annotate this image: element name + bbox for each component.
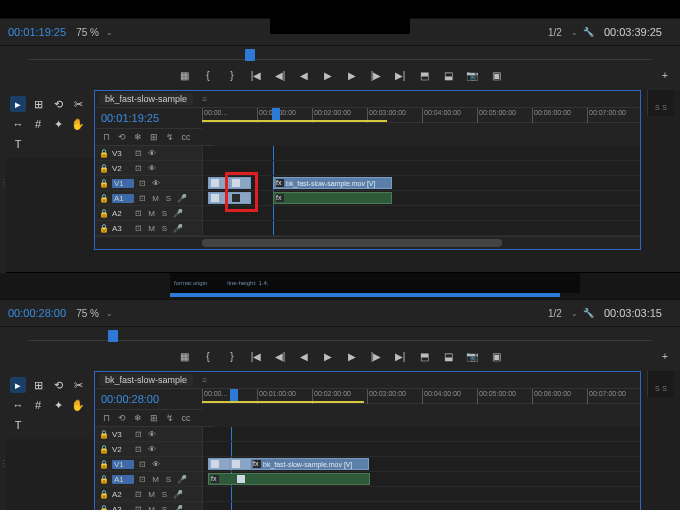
sequence-tab[interactable]: bk_fast-slow-sample	[99, 374, 193, 386]
track-header-v1[interactable]: 🔒V1⊡👁	[95, 457, 202, 472]
hand-tool-icon[interactable]: ✋	[70, 116, 86, 132]
work-area-bar[interactable]	[202, 120, 387, 122]
track-header-v2[interactable]: 🔒V2⊡👁	[95, 442, 202, 457]
lane-v1[interactable]: fxbk_fast-slow-sample.mov [V]	[203, 457, 640, 472]
timeline-scrollbar[interactable]	[95, 236, 640, 249]
out-bracket-icon[interactable]: }	[225, 349, 239, 363]
export-frame-icon[interactable]: 📷	[465, 349, 479, 363]
clip[interactable]: fxbk_fast-slow-sample.mov [V]	[273, 177, 392, 189]
lane-a1[interactable]: fx	[203, 191, 640, 206]
add-button-icon[interactable]: +	[658, 349, 672, 363]
lane-v1[interactable]: fxbk_fast-slow-sample.mov [V]	[203, 176, 640, 191]
timeline-ruler[interactable]: 00:00... 00:01:00:00 00:02:00:00 00:03:0…	[202, 108, 640, 123]
step-fwd-icon[interactable]: |▶	[369, 349, 383, 363]
track-select-tool-icon[interactable]: ⊞	[30, 377, 46, 393]
wrench-icon[interactable]: ↯	[165, 132, 175, 142]
marker-add-icon[interactable]: ❄	[133, 132, 143, 142]
timeline-playhead[interactable]	[272, 108, 280, 120]
track-area[interactable]: fxbk_fast-slow-sample.mov [V] fx	[203, 427, 640, 510]
slip-tool-icon[interactable]: ↔	[10, 397, 26, 413]
timeline-timecode[interactable]: 00:00:28:00	[101, 393, 159, 405]
in-bracket-icon[interactable]: {	[201, 349, 215, 363]
clip-audio[interactable]	[208, 192, 230, 204]
marker-icon[interactable]: ▦	[177, 68, 191, 82]
go-out-icon[interactable]: ▶|	[393, 68, 407, 82]
prev-frame-icon[interactable]: ◀	[297, 349, 311, 363]
rate-stretch-tool-icon[interactable]: ✦	[50, 397, 66, 413]
sequence-tab[interactable]: bk_fast-slow-sample	[99, 93, 193, 105]
step-back-icon[interactable]: ◀|	[273, 349, 287, 363]
page-indicator[interactable]: 1/2	[548, 27, 562, 38]
type-tool-icon[interactable]: T	[10, 417, 26, 433]
snap-icon[interactable]: ⊓	[101, 413, 111, 423]
hand-tool-icon[interactable]: ✋	[70, 397, 86, 413]
settings-icon[interactable]: ⊞	[149, 132, 159, 142]
next-frame-icon[interactable]: ▶	[345, 349, 359, 363]
selection-tool-icon[interactable]: ▸	[10, 96, 26, 112]
linked-sel-icon[interactable]: ⟲	[117, 132, 127, 142]
wrench-icon[interactable]: ↯	[165, 413, 175, 423]
chevron-down-icon[interactable]: ⌄	[568, 25, 582, 39]
go-out-icon[interactable]: ▶|	[393, 349, 407, 363]
track-header-v3[interactable]: 🔒V3⊡👁	[95, 146, 202, 161]
go-in-icon[interactable]: |◀	[249, 68, 263, 82]
page-indicator[interactable]: 1/2	[548, 308, 562, 319]
in-bracket-icon[interactable]: {	[201, 68, 215, 82]
timeline-playhead[interactable]	[230, 389, 238, 401]
clip[interactable]	[208, 177, 230, 189]
clip[interactable]	[208, 458, 230, 470]
ripple-tool-icon[interactable]: ⟲	[50, 377, 66, 393]
compare-icon[interactable]: ▣	[489, 68, 503, 82]
track-header-a3[interactable]: 🔒A3⊡MS🎤	[95, 502, 202, 510]
selection-tool-icon[interactable]: ▸	[10, 377, 26, 393]
marker-add-icon[interactable]: ❄	[133, 413, 143, 423]
track-header-v2[interactable]: 🔒V2⊡👁	[95, 161, 202, 176]
program-playhead[interactable]	[245, 49, 255, 61]
razor-tool-icon[interactable]: ✂	[70, 377, 86, 393]
rate-stretch-tool-icon[interactable]: ✦	[50, 116, 66, 132]
track-header-v1[interactable]: 🔒V1⊡👁	[95, 176, 202, 191]
track-header-v3[interactable]: 🔒V3⊡👁	[95, 427, 202, 442]
program-playhead[interactable]	[108, 330, 118, 342]
track-header-a3[interactable]: 🔒A3⊡MS🎤	[95, 221, 202, 236]
zoom-select[interactable]: 75 % ⌄	[76, 306, 117, 320]
clip-audio[interactable]	[229, 192, 251, 204]
current-timecode[interactable]: 00:01:19:25	[8, 26, 66, 38]
prev-frame-icon[interactable]: ◀	[297, 68, 311, 82]
razor-tool-icon[interactable]: ✂	[70, 96, 86, 112]
extract-icon[interactable]: ⬓	[441, 68, 455, 82]
timeline-timecode[interactable]: 00:01:19:25	[101, 112, 159, 124]
clip[interactable]	[229, 458, 251, 470]
track-header-a2[interactable]: 🔒A2⊡MS🎤	[95, 487, 202, 502]
step-back-icon[interactable]: ◀|	[273, 68, 287, 82]
linked-sel-icon[interactable]: ⟲	[117, 413, 127, 423]
zoom-select[interactable]: 75 % ⌄	[76, 25, 117, 39]
clip[interactable]: fxbk_fast-slow-sample.mov [V]	[250, 458, 369, 470]
compare-icon[interactable]: ▣	[489, 349, 503, 363]
cc-icon[interactable]: cc	[181, 132, 191, 142]
track-header-a1[interactable]: 🔒A1⊡MS🎤	[95, 472, 202, 487]
lift-icon[interactable]: ⬒	[417, 68, 431, 82]
next-frame-icon[interactable]: ▶	[345, 68, 359, 82]
extract-icon[interactable]: ⬓	[441, 349, 455, 363]
program-ruler[interactable]	[0, 327, 680, 345]
timeline-ruler[interactable]: 00:00... 00:01:00:00 00:02:00:00 00:03:0…	[202, 389, 640, 404]
clip-audio[interactable]: fx	[208, 473, 370, 485]
marker-icon[interactable]: ▦	[177, 349, 191, 363]
track-header-a1[interactable]: 🔒A1⊡MS🎤	[95, 191, 202, 206]
play-icon[interactable]: ▶	[321, 68, 335, 82]
track-select-tool-icon[interactable]: ⊞	[30, 96, 46, 112]
go-in-icon[interactable]: |◀	[249, 349, 263, 363]
track-area[interactable]: fxbk_fast-slow-sample.mov [V] fx	[203, 146, 640, 236]
current-timecode[interactable]: 00:00:28:00	[8, 307, 66, 319]
chevron-down-icon[interactable]: ⌄	[568, 306, 582, 320]
type-tool-icon[interactable]: T	[10, 136, 26, 152]
wrench-icon[interactable]: 🔧	[582, 306, 596, 320]
pen-tool-icon[interactable]: #	[30, 116, 46, 132]
settings-icon[interactable]: ⊞	[149, 413, 159, 423]
clip-audio[interactable]: fx	[273, 192, 392, 204]
pen-tool-icon[interactable]: #	[30, 397, 46, 413]
out-bracket-icon[interactable]: }	[225, 68, 239, 82]
slip-tool-icon[interactable]: ↔	[10, 116, 26, 132]
cc-icon[interactable]: cc	[181, 413, 191, 423]
